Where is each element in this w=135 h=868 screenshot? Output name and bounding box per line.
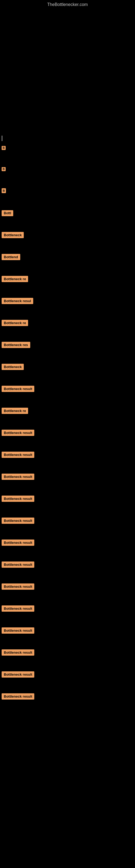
result-badge-11: Bottleneck bbox=[2, 364, 24, 370]
result-item-10: Bottleneck res bbox=[1, 341, 135, 349]
result-item-8: Bottleneck resul bbox=[1, 297, 135, 305]
result-item-23: Bottleneck result bbox=[1, 626, 135, 635]
result-badge-19: Bottleneck result bbox=[2, 539, 34, 546]
site-title: TheBottlenecker.com bbox=[0, 0, 135, 8]
result-item-12: Bottleneck result bbox=[1, 384, 135, 393]
result-item-19: Bottleneck result bbox=[1, 538, 135, 547]
result-badge-25: Bottleneck result bbox=[2, 671, 34, 678]
result-item-7: Bottleneck re bbox=[1, 275, 135, 283]
result-badge-10: Bottleneck res bbox=[2, 342, 30, 348]
cursor-indicator bbox=[2, 135, 2, 141]
chart-area bbox=[0, 8, 135, 135]
result-item-1: B bbox=[1, 145, 135, 151]
result-badge-23: Bottleneck result bbox=[2, 627, 34, 633]
results-container: B B B Bottl Bottleneck Bottlend Bottlene… bbox=[0, 145, 135, 701]
result-item-18: Bottleneck result bbox=[1, 517, 135, 525]
result-item-2: B bbox=[1, 166, 135, 172]
result-badge-16: Bottleneck result bbox=[2, 474, 34, 480]
site-header: TheBottlenecker.com bbox=[0, 0, 135, 8]
result-item-20: Bottleneck result bbox=[1, 560, 135, 569]
result-item-16: Bottleneck result bbox=[1, 472, 135, 481]
result-item-26: Bottleneck result bbox=[1, 692, 135, 701]
result-item-15: Bottleneck result bbox=[1, 451, 135, 459]
result-badge-21: Bottleneck result bbox=[2, 584, 34, 590]
result-badge-9: Bottleneck re bbox=[2, 320, 28, 326]
result-badge-12: Bottleneck result bbox=[2, 386, 34, 392]
result-badge-1: B bbox=[2, 146, 6, 150]
result-item-6: Bottlend bbox=[1, 253, 135, 261]
result-item-22: Bottleneck result bbox=[1, 604, 135, 613]
result-badge-15: Bottleneck result bbox=[2, 452, 34, 458]
result-badge-5: Bottleneck bbox=[2, 232, 24, 238]
result-badge-7: Bottleneck re bbox=[2, 276, 28, 282]
result-badge-13: Bottleneck re bbox=[2, 408, 28, 414]
result-item-25: Bottleneck result bbox=[1, 670, 135, 679]
result-badge-6: Bottlend bbox=[2, 254, 20, 260]
result-item-3: B bbox=[1, 187, 135, 194]
result-badge-20: Bottleneck result bbox=[2, 561, 34, 568]
result-badge-8: Bottleneck resul bbox=[2, 298, 33, 304]
result-badge-14: Bottleneck result bbox=[2, 430, 34, 436]
result-badge-24: Bottleneck result bbox=[2, 649, 34, 656]
result-item-13: Bottleneck re bbox=[1, 407, 135, 415]
result-badge-3: B bbox=[2, 188, 6, 193]
result-badge-22: Bottleneck result bbox=[2, 606, 34, 612]
result-badge-26: Bottleneck result bbox=[2, 693, 34, 700]
result-badge-18: Bottleneck result bbox=[2, 518, 34, 524]
result-item-24: Bottleneck result bbox=[1, 648, 135, 657]
result-item-5: Bottleneck bbox=[1, 231, 135, 239]
result-item-14: Bottleneck result bbox=[1, 429, 135, 437]
result-item-17: Bottleneck result bbox=[1, 495, 135, 503]
result-item-9: Bottleneck re bbox=[1, 319, 135, 327]
result-badge-2: B bbox=[2, 167, 6, 171]
result-badge-17: Bottleneck result bbox=[2, 496, 34, 502]
result-item-4: Bottl bbox=[1, 209, 135, 217]
result-item-11: Bottleneck bbox=[1, 363, 135, 371]
result-item-21: Bottleneck result bbox=[1, 582, 135, 591]
result-badge-4: Bottl bbox=[2, 210, 13, 216]
